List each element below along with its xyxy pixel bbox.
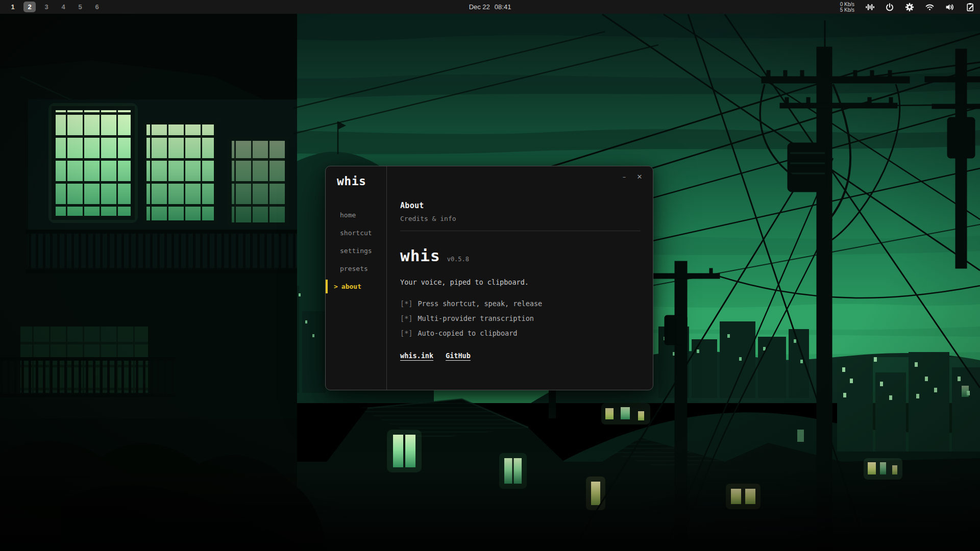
feature-text: Multi-provider transcription xyxy=(418,314,534,322)
clock: Dec 22 08:41 xyxy=(469,0,511,14)
feature-list: [*]Press shortcut, speak, release [*]Mul… xyxy=(400,299,641,337)
links-row: whis.ink GitHub xyxy=(400,352,641,360)
page-title: About xyxy=(400,201,641,210)
settings-gear-icon[interactable] xyxy=(905,3,914,12)
nav-label: presets xyxy=(340,265,368,272)
active-indicator xyxy=(326,280,328,293)
page-subtitle: Credits & info xyxy=(400,215,641,222)
workspace-2[interactable]: 2 xyxy=(23,2,36,12)
audio-levels-icon[interactable] xyxy=(865,3,874,12)
workspace-3[interactable]: 3 xyxy=(40,2,53,12)
nav-label: about xyxy=(341,283,361,290)
clock-date: Dec 22 xyxy=(469,3,490,11)
nav-item-settings[interactable]: settings xyxy=(326,242,386,260)
system-tray: 0 Kb/s 5 Kb/s xyxy=(840,2,980,13)
feature-bullet: [*] xyxy=(400,299,412,308)
window-controls: – ✕ xyxy=(619,171,645,182)
sidebar-nav: home shortcut settings presets > about xyxy=(326,206,386,295)
link-whis-ink[interactable]: whis.ink xyxy=(400,352,433,360)
clipboard-edit-icon[interactable] xyxy=(966,3,975,12)
nav-label: shortcut xyxy=(340,229,372,237)
wifi-icon[interactable] xyxy=(925,3,935,12)
nav-item-home[interactable]: home xyxy=(326,206,386,224)
nav-item-presets[interactable]: presets xyxy=(326,260,386,278)
feature-item: [*]Auto-copied to clipboard xyxy=(400,329,641,337)
nav-label: settings xyxy=(340,247,372,255)
feature-bullet: [*] xyxy=(400,329,412,337)
workspace-6[interactable]: 6 xyxy=(91,2,103,12)
workspace-5[interactable]: 5 xyxy=(74,2,86,12)
feature-bullet: [*] xyxy=(400,314,412,322)
active-prefix: > xyxy=(334,283,338,290)
close-button[interactable]: ✕ xyxy=(634,171,645,182)
network-down: 5 Kb/s xyxy=(840,7,854,13)
volume-icon[interactable] xyxy=(945,3,955,12)
workspace-switcher: 1 2 3 4 5 6 xyxy=(0,2,103,12)
divider xyxy=(400,231,641,231)
feature-item: [*]Press shortcut, speak, release xyxy=(400,299,641,308)
workspace-4[interactable]: 4 xyxy=(57,2,69,12)
sidebar: whis home shortcut settings presets > ab… xyxy=(326,166,387,390)
feature-text: Auto-copied to clipboard xyxy=(418,329,517,337)
network-up: 0 Kb/s xyxy=(840,2,854,7)
nav-label: home xyxy=(340,211,356,219)
power-icon[interactable] xyxy=(885,3,894,12)
nav-item-shortcut[interactable]: shortcut xyxy=(326,224,386,242)
about-panel: About Credits & info whis v0.5.8 Your vo… xyxy=(400,201,641,360)
feature-text: Press shortcut, speak, release xyxy=(418,299,542,308)
feature-item: [*]Multi-provider transcription xyxy=(400,314,641,322)
whis-app-window: – ✕ whis home shortcut settings presets … xyxy=(325,166,653,390)
tagline: Your voice, piped to clipboard. xyxy=(400,278,641,286)
clock-time: 08:41 xyxy=(495,3,511,11)
app-version: v0.5.8 xyxy=(447,256,469,263)
nav-item-about[interactable]: > about xyxy=(326,278,386,295)
app-name: whis xyxy=(400,246,440,265)
network-speed: 0 Kb/s 5 Kb/s xyxy=(840,2,854,13)
minimize-button[interactable]: – xyxy=(619,171,629,182)
taskbar: 1 2 3 4 5 6 Dec 22 08:41 0 Kb/s 5 Kb/s xyxy=(0,0,980,14)
workspace-1[interactable]: 1 xyxy=(7,2,19,12)
app-title: whis xyxy=(337,174,386,188)
link-github[interactable]: GitHub xyxy=(446,352,471,360)
